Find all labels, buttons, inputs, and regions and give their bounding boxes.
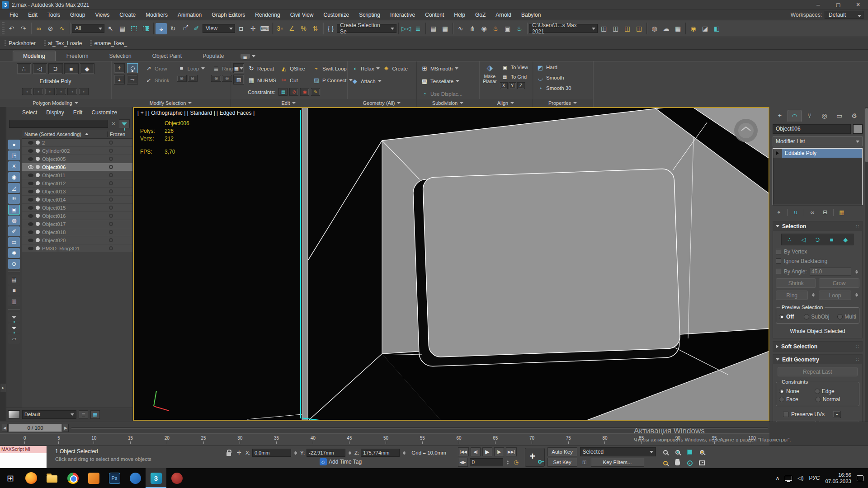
loop-grow-icon[interactable]: ⊕ <box>177 75 187 82</box>
visibility-toggle-icon[interactable] <box>28 247 33 250</box>
explorer-row[interactable]: Cylinder002 <box>22 147 132 155</box>
menu-item[interactable]: GoZ <box>470 10 491 20</box>
vertex-subobject-icon[interactable]: ∴ <box>783 235 796 244</box>
visibility-toggle-icon[interactable] <box>28 206 33 210</box>
filter-geometry-icon[interactable]: ● <box>8 140 20 150</box>
section-label-geometry[interactable]: Geometry (All) <box>347 99 416 107</box>
element-mode-icon[interactable]: ◆ <box>80 63 94 74</box>
angle-spinner[interactable] <box>854 267 859 276</box>
pin-selection-icon[interactable]: ⊸ <box>127 75 138 84</box>
modify-tab-icon[interactable]: ◠ <box>788 110 802 122</box>
custom-toolbar-tab[interactable]: ename_Ikea_ <box>88 39 132 48</box>
frozen-toggle-icon[interactable] <box>109 165 113 169</box>
chrome-icon[interactable] <box>62 468 83 488</box>
filter-groups-icon[interactable]: ▣ <box>8 205 20 215</box>
explorer-menu-item[interactable]: Edit <box>69 109 87 116</box>
network-icon[interactable] <box>785 476 792 481</box>
modifier-list-dropdown[interactable]: Modifier List <box>773 136 863 146</box>
msmooth-button[interactable]: ⊞MSmooth <box>420 63 476 74</box>
zoom-extents-icon[interactable] <box>684 447 696 457</box>
explorer-row[interactable]: Object015 <box>22 204 132 212</box>
pm-mini-icon-4[interactable]: ▫ <box>56 88 66 95</box>
ring-button[interactable]: Ring <box>776 291 808 300</box>
layer-grid-icon[interactable]: ▦ <box>90 410 100 419</box>
zoom-extents-all-icon[interactable] <box>696 447 708 457</box>
preserve-uvs-settings-icon[interactable]: ▪ <box>833 411 841 418</box>
menu-item[interactable]: Views <box>90 10 114 20</box>
project-folder-dropdown[interactable]: C:\Users\1...s Max 2021 <box>529 24 598 33</box>
ms-stack-down-icon[interactable]: ⇣ <box>114 75 125 84</box>
section-label-subdivision[interactable]: Subdivision <box>417 99 479 107</box>
selection-set-keys-dropdown[interactable]: Selected <box>580 447 656 456</box>
frozen-toggle-icon[interactable] <box>109 189 113 193</box>
modifier-stack[interactable]: Editable Poly <box>773 148 863 205</box>
cut-button[interactable]: ✂Cut <box>279 75 311 85</box>
close-button[interactable]: ✕ <box>848 0 868 9</box>
x-coordinate-field[interactable]: 0,0mm <box>252 449 291 457</box>
go-to-end-button[interactable]: ▶▶| <box>506 447 517 456</box>
menu-item[interactable]: Tools <box>42 10 65 20</box>
menu-item[interactable]: Scripting <box>354 10 385 20</box>
select-rotate-icon[interactable]: ↻ <box>167 23 179 34</box>
element-subobject-icon[interactable]: ◆ <box>839 235 852 244</box>
make-unique-icon[interactable]: ∞ <box>807 208 818 217</box>
frozen-toggle-icon[interactable] <box>109 149 113 153</box>
time-slider-track[interactable] <box>71 427 768 429</box>
selection-dot-icon[interactable] <box>36 181 40 185</box>
attach-button[interactable]: ◆Attach <box>350 76 414 86</box>
ring-grow-icon[interactable]: ⊕ <box>211 75 221 82</box>
pin-stack-icon[interactable]: ⌖ <box>774 208 784 217</box>
custom-toolbar-tab[interactable]: at_Tex_Loade <box>42 39 86 48</box>
auto-key-button[interactable]: Auto Key <box>547 447 577 456</box>
workspace-case-icon[interactable]: ▱ <box>8 334 20 344</box>
grow-button[interactable]: ↗Grow <box>144 63 171 74</box>
name-column-header[interactable]: Name (Sorted Ascending) <box>24 131 81 137</box>
ring-spinner[interactable] <box>811 291 816 299</box>
by-angle-checkbox[interactable] <box>776 269 781 274</box>
app-icon-red[interactable] <box>166 468 187 488</box>
ribbon-panel-toggle[interactable]: ▄ <box>241 54 255 61</box>
frame-spinner[interactable] <box>505 458 510 466</box>
align-z-button[interactable]: Z <box>517 82 525 89</box>
start-button[interactable]: ⊞ <box>0 468 21 488</box>
language-indicator[interactable]: РУС <box>809 475 820 481</box>
menu-item[interactable]: Animation <box>173 10 207 20</box>
reference-coordsys-dropdown[interactable]: View <box>203 24 235 33</box>
section-label-edit[interactable]: Edit <box>231 99 347 107</box>
angle-snap-icon[interactable]: ∠ <box>286 23 297 34</box>
explorer-row[interactable]: Object020 <box>22 236 132 244</box>
explorer-row[interactable]: Object011 <box>22 171 132 179</box>
camera-sequencer-icon[interactable]: ◪ <box>699 23 711 34</box>
selection-dot-icon[interactable] <box>36 197 40 202</box>
toolbar-grip[interactable] <box>5 40 6 47</box>
select-scale-icon[interactable]: □↗ <box>179 23 190 34</box>
ribbon-tab[interactable]: Selection <box>99 51 141 61</box>
detail-view-icon[interactable]: ▥ <box>8 296 20 306</box>
selection-dot-icon[interactable] <box>36 246 40 250</box>
toolbar-grip[interactable] <box>44 40 46 47</box>
cloud-rendering-icon[interactable]: ☁ <box>660 23 672 34</box>
filter-panel-icon[interactable]: ▭ <box>8 237 20 247</box>
spinner-snap-icon[interactable]: ⇅ <box>310 23 321 34</box>
by-vertex-checkbox[interactable] <box>776 249 781 254</box>
z-spinner[interactable] <box>401 449 407 457</box>
filter-bones-icon[interactable]: ✐ <box>8 226 20 236</box>
tessellate-button[interactable]: ▩Tessellate <box>420 76 476 86</box>
menu-item[interactable]: Civil View <box>285 10 319 20</box>
constraint-none-icon[interactable]: ▦ <box>278 88 288 96</box>
frozen-toggle-icon[interactable] <box>109 141 113 145</box>
ribbon-tab[interactable]: Object Paint <box>142 51 192 61</box>
unlink-selection-icon[interactable]: ⊘ <box>45 23 56 34</box>
list-view-icon[interactable]: ▤ <box>8 275 20 285</box>
edit-geometry-rollout-header[interactable]: Edit Geometry ∷ <box>773 355 862 364</box>
stack-item-editable-poly[interactable]: Editable Poly <box>773 149 862 158</box>
menu-item[interactable]: Modifiers <box>141 10 173 20</box>
pm-mini-icon-6[interactable]: ▫ <box>79 88 89 95</box>
file-explorer-icon[interactable] <box>42 468 62 488</box>
visibility-toggle-icon[interactable] <box>28 157 33 161</box>
menu-item[interactable]: Create <box>114 10 141 20</box>
pm-mini-icon-1[interactable]: ▫ <box>22 88 32 95</box>
visibility-toggle-icon[interactable] <box>28 165 33 169</box>
loop-button[interactable]: ≡Loop <box>177 63 207 74</box>
listener-script-row[interactable] <box>0 453 47 468</box>
